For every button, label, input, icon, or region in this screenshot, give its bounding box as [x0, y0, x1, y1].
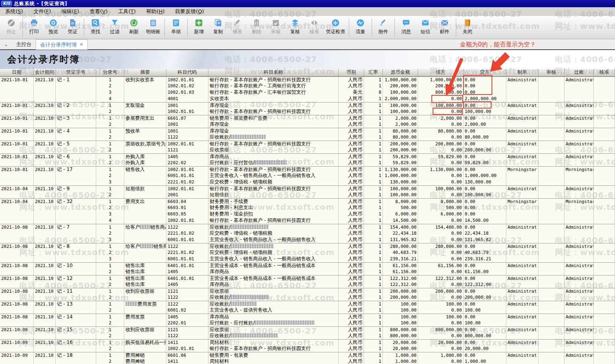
menu-item-1[interactable]: 文件(F) — [28, 7, 56, 16]
toolbar-button-ledger[interactable]: 明细账 — [144, 18, 163, 36]
cell: 1 — [364, 77, 383, 83]
table-row[interactable]: 2021-10-012021.10记 - 11收到实收资本1002.01.01银… — [0, 76, 615, 83]
column-header-14[interactable]: 过账 — [564, 69, 594, 76]
table-row[interactable]: 2021-10-042021.10记 - 321费用支出6603.04财务费用 … — [0, 198, 615, 205]
toolbar-button-message[interactable]: 消息 — [397, 18, 416, 36]
table-row[interactable]: 21002.01.02银行存款 - 基本存款账户 - 工商银行前海支行人民币12… — [0, 83, 615, 89]
column-header-2[interactable]: 凭证字号 — [56, 69, 96, 76]
table-row[interactable]: 2021-10-082021.10记 - 111收到应收票据1121应收票据人民… — [0, 288, 615, 294]
column-header-6[interactable]: 科目名称 — [208, 69, 339, 76]
toolbar-button-preview[interactable]: 预览 — [44, 18, 63, 36]
toolbar-button-close[interactable]: 关闭 — [458, 18, 477, 36]
cell: 库存商品 — [208, 269, 339, 275]
column-header-8[interactable]: 汇率 — [364, 69, 383, 76]
table-row[interactable]: 2021-10-092021.10记 - 161购买低值易耗品一批1411周转材… — [0, 339, 615, 346]
cell: 1 — [364, 243, 383, 249]
table-row[interactable]: 2021-10-082021.10记 - 101销售出库6401.01.01主营… — [0, 262, 615, 269]
table-row[interactable]: 2021-10-012021.10记 - 31参展费用支出6601.07销售费用… — [0, 115, 615, 121]
toolbar-button-sms[interactable]: 短信 — [416, 18, 435, 36]
table-row[interactable]: 2021-10-092021.10记 - 181费用摊销6601.06销售费用 … — [0, 352, 615, 358]
menu-item-5[interactable]: 帮助(H) — [141, 7, 170, 16]
toolbar-button-filter[interactable]: 过滤 — [105, 18, 124, 36]
toolbar-button-refresh[interactable]: 刷新 — [124, 18, 144, 36]
toolbar-button-copy[interactable]: 复制 — [208, 18, 228, 36]
cell: 0.00 — [463, 224, 506, 230]
table-row[interactable]: 22202.01应付账款 - 应付账款/人民币1100.000.00100.00 — [0, 320, 615, 326]
column-header-5[interactable]: 科目代码 — [166, 69, 208, 76]
table-row[interactable]: 2外购入库2202.02应付账款 - 应付暂估/人民币159,829.000.0… — [0, 160, 615, 166]
toolbar-button-attach[interactable]: 附件 — [374, 18, 393, 36]
toolbar-button-mail[interactable]: 邮件 — [435, 18, 454, 36]
menu-item-6[interactable]: 我要反馈(Q) — [170, 7, 209, 16]
toolbar-button-printer[interactable]: 打印 — [24, 18, 44, 36]
table-row[interactable]: 2021-10-012021.10记 - 171销售收入1002.01.01银行… — [0, 166, 615, 173]
toolbar-button-voucher[interactable]: 凭证 — [63, 18, 82, 36]
tab-console[interactable]: 主控台 — [12, 39, 36, 49]
table-row[interactable]: 2021-10-082021.10记 - 141费用发票1405库存商品人民币1… — [0, 314, 615, 320]
table-row[interactable]: 2021-10-082021.10记 - 71给客户销售商品-1122应收账款/… — [0, 224, 615, 230]
column-header-7[interactable]: 币别 — [339, 69, 364, 76]
table-row[interactable]: 2021-10-012021.10记 - 61外购入库1405库存商品人民币15… — [0, 153, 615, 160]
menu-item-0[interactable]: 系统(S) — [0, 7, 28, 16]
table-row[interactable]: 2销售出库1405库存商品人民币1122,312.000.00122,312.0… — [0, 282, 615, 288]
table-row[interactable]: 41002.01.01银行存款 - 基本存款账户 - 招商银行科技园支行人民币1… — [0, 217, 615, 224]
cell: 记 - 15 — [56, 327, 96, 333]
table-row[interactable]: 26001.02主营业务收入 - 提供劳务收入人民币1100.000.00100… — [0, 307, 615, 314]
table-row[interactable]: 36001.01.01主营业务收入 - 销售商品收入 - 一般商品销售收入人民币… — [0, 256, 615, 262]
table-row[interactable]: 21002.01.01银行存款 - 基本存款账户 - 招商银行科技园支行人民币1… — [0, 109, 615, 115]
column-header-3[interactable]: 分录号 — [96, 69, 124, 76]
menu-item-3[interactable]: 查看(V) — [84, 7, 113, 16]
table-row[interactable]: 2021-10-012021.10记 - 41预收单1001库存现金人民币180… — [0, 128, 615, 134]
column-header-13[interactable]: 审核 — [538, 69, 564, 76]
cell — [506, 230, 538, 237]
table-row[interactable]: 21122应收账款/人民币1800,000.000.00800,000.00 — [0, 333, 615, 339]
cell: 应交税费 - 增值税 - 销项税额 — [208, 179, 339, 185]
table-row[interactable]: 2021-10-082021.10记 - 81给客户销售商品-1122应收账款/… — [0, 243, 615, 249]
toolbar-button-search[interactable]: 查找 — [86, 18, 105, 36]
column-header-15[interactable]: 核准 — [594, 69, 615, 76]
table-row[interactable]: 36001.01.01主营业务收入 - 销售商品收入 - 一般商品销售收入人民币… — [0, 237, 615, 243]
column-header-0[interactable]: 日期 — [0, 69, 34, 76]
column-header-12[interactable]: 制单 — [506, 69, 538, 76]
table-row[interactable]: 2021-10-012021.10记 - 51票据收款,票据号为:1002.01… — [0, 141, 615, 147]
table-row[interactable]: 22221.01.02应交税费 - 增值税 - 销项税额人民币122,434.1… — [0, 230, 615, 237]
table-row[interactable]: 26001.01.01主营业务收入 - 销售商品收入 - 一般商品销售收入人民币… — [0, 173, 615, 179]
column-header-9[interactable]: 原币金额 — [383, 69, 418, 76]
column-header-10[interactable]: 借方 — [418, 69, 463, 76]
close-icon[interactable]: ✕ — [79, 40, 83, 50]
table-row[interactable]: 2021-10-082021.10记 - 131费用发票1122应收账款/人民币… — [0, 301, 615, 307]
cell: 20,000.00 — [383, 340, 418, 346]
table-row[interactable]: 21122应收账款/人民币180,000.000.0080,000.00 — [0, 134, 615, 141]
toolbar-button-add[interactable]: 新增 — [189, 18, 208, 36]
table-row[interactable]: 36603.05财务费用 - 现金折扣人民币16,000.006,000.000… — [0, 211, 615, 217]
table-row[interactable]: 26603.01财务费用 - 利息支出人民币1500.00500.000.00 — [0, 205, 615, 211]
table-row[interactable]: 22001短期借款人民币1100,000.000.00100,000.00 — [0, 192, 615, 198]
cell: 1411 — [166, 340, 208, 346]
column-header-11[interactable]: 贷方 — [463, 69, 506, 76]
chevron-down-icon[interactable]: ⌄ — [4, 42, 8, 47]
table-row[interactable]: 2021-10-042021.10记 - 91短期借款1002.01.01银行存… — [0, 185, 615, 192]
table-row[interactable]: 2021-10-012021.10记 - 21支取现金1001库存现金人民币11… — [0, 102, 615, 109]
toolbar-button-doc[interactable]: 单据 — [166, 18, 186, 36]
cell: 人民币 — [339, 83, 364, 89]
table-row[interactable]: 2销售出库1405库存商品人民币161,156.000.0061,156.00 — [0, 269, 615, 275]
table-row[interactable]: 21122应收账款/人民币1200,000.000.00200,000.00 — [0, 294, 615, 301]
table-row[interactable]: 31002.01.03银行存款 - 基本存款账户 - 汇丰银行国贸支行美元810… — [0, 89, 615, 96]
table-row[interactable]: 22221.01.02应交税费 - 增值税 - 销项税额人民币140,683.7… — [0, 249, 615, 256]
column-header-1[interactable]: 会计期间 — [34, 69, 56, 76]
table-row[interactable]: 44001实收资本人民币12,000,000.000.002,000,000.0… — [0, 96, 615, 102]
menu-item-2[interactable]: 编辑(E) — [56, 7, 84, 16]
toolbar-button-flow[interactable]: 流量 — [351, 18, 370, 36]
column-header-4[interactable]: 摘要 — [124, 69, 166, 76]
table-row[interactable]: 21121应收票据人民币1200,000.000.00200,000.00 — [0, 147, 615, 153]
table-row[interactable]: 2021-10-082021.10记 - 151收到应收票据1121应收票据人民… — [0, 326, 615, 333]
table-row[interactable]: 32221.01.02应交税费 - 增值税 - 销项税额人民币1130,000.… — [0, 179, 615, 185]
toolbar-button-review[interactable]: 复核 — [285, 18, 305, 36]
toolbar-button-check[interactable]: 凭证检查 — [324, 18, 347, 36]
table-row[interactable]: 21001库存现金人民币12,000.000.002,000.00 — [0, 121, 615, 128]
table-row[interactable]: 2费用摊销1411周转材料人民币11,000.000.001,000.00 — [0, 358, 615, 364]
menu-item-4[interactable]: 工具(T) — [113, 7, 141, 16]
table-row[interactable]: 2021-10-082021.10记 - 121销售出库6401.01.01主营… — [0, 275, 615, 282]
tab-journal[interactable]: 会计分录序时簿 ✕ — [36, 39, 88, 50]
table-row[interactable]: 21002.01.01银行存款 - 基本存款账户 - 招商银行科技园支行人民币1… — [0, 346, 615, 352]
